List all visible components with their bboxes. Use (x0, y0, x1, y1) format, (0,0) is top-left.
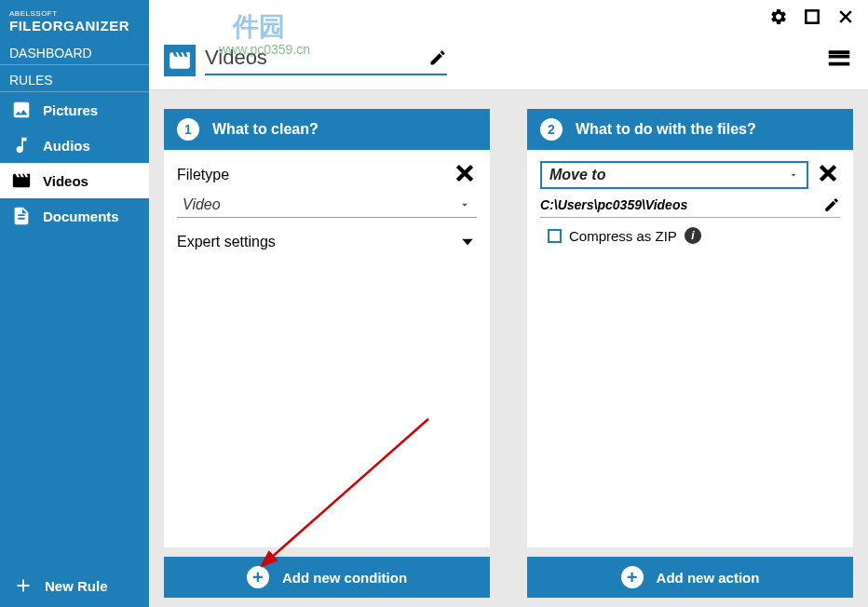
add-condition-label: Add new condition (282, 570, 407, 586)
rules-header: RULES (0, 65, 149, 92)
filetype-label: Filetype (177, 167, 229, 183)
sidebar-item-label: Pictures (43, 102, 98, 118)
sidebar-item-videos[interactable]: Videos (0, 163, 149, 198)
action-value: Move to (549, 167, 788, 183)
filetype-value: Video (183, 196, 458, 213)
video-clapper-icon (168, 48, 192, 73)
close-icon (836, 7, 855, 26)
remove-action-button[interactable] (816, 161, 840, 189)
sidebar-item-label: Audios (43, 138, 90, 154)
x-icon (453, 161, 477, 185)
brand-big: FILEORGANIZER (9, 18, 140, 34)
pencil-icon[interactable] (428, 48, 447, 67)
chevron-down-icon (458, 233, 477, 251)
destination-path[interactable]: C:\Users\pc0359\Videos (540, 196, 840, 218)
flow-arrow (633, 444, 657, 491)
page-title[interactable]: Videos (205, 46, 447, 75)
dashboard-header[interactable]: DASHBOARD (0, 38, 149, 65)
remove-condition-button[interactable] (453, 161, 477, 189)
svg-rect-0 (806, 10, 818, 22)
rules-list: Pictures Audios Videos Documents (0, 92, 149, 234)
main: 件园 www.pc0359.cn Videos 1 (149, 0, 868, 607)
logo: ABELSSOFT FILEORGANIZER (0, 0, 149, 38)
music-icon (11, 135, 32, 155)
brand-small: ABELSSOFT (9, 9, 140, 18)
add-action-label: Add new action (657, 570, 760, 586)
image-icon (11, 100, 32, 120)
x-icon (816, 161, 840, 185)
page-icon (164, 45, 196, 76)
close-button[interactable] (836, 7, 855, 30)
info-button[interactable]: i (685, 227, 701, 244)
panel2-title: What to do with the files? (576, 121, 756, 138)
panel2-header: 2 What to do with the files? (527, 109, 853, 150)
panel1-body: Filetype Video Expert settings (164, 150, 490, 547)
video-icon (11, 170, 32, 191)
compress-label: Compress as ZIP (569, 228, 677, 244)
plus-circle-icon: + (621, 566, 644, 588)
step-number: 1 (177, 118, 199, 141)
page-title-text: Videos (205, 46, 428, 70)
path-value: C:\Users\pc0359\Videos (540, 197, 816, 212)
pencil-icon[interactable] (823, 196, 840, 213)
hamburger-icon (825, 45, 853, 73)
panel1-title: What to clean? (212, 121, 319, 138)
new-rule-label: New Rule (45, 578, 108, 594)
filetype-select[interactable]: Video (177, 193, 477, 218)
content: 1 What to clean? Filetype Video (149, 90, 868, 557)
action-select[interactable]: Move to (540, 161, 808, 189)
settings-button[interactable] (769, 7, 788, 30)
gear-icon (769, 7, 788, 26)
sidebar-item-audios[interactable]: Audios (0, 128, 149, 163)
page-header: Videos (149, 37, 868, 90)
plus-icon (13, 575, 34, 596)
chevron-down-icon (458, 198, 471, 211)
plus-circle-icon: + (247, 566, 269, 588)
document-icon (11, 206, 32, 226)
sidebar-item-label: Documents (43, 209, 119, 224)
panel1-header: 1 What to clean? (164, 109, 490, 150)
menu-button[interactable] (825, 45, 853, 76)
step-number: 2 (540, 118, 563, 141)
sidebar-item-label: Videos (43, 173, 88, 189)
new-rule-button[interactable]: New Rule (0, 564, 149, 607)
add-action-button[interactable]: + Add new action (527, 557, 853, 598)
panel-actions: 2 What to do with the files? Move to (527, 109, 853, 547)
panel-conditions: 1 What to clean? Filetype Video (164, 109, 490, 547)
panel2-body: Move to C:\Users\pc0359\Videos Compre (527, 150, 853, 547)
compress-checkbox[interactable] (548, 229, 562, 243)
add-condition-button[interactable]: + Add new condition (164, 557, 490, 598)
maximize-icon (803, 7, 821, 26)
titlebar (149, 0, 868, 37)
footer: + Add new condition + Add new action (149, 557, 868, 607)
sidebar: ABELSSOFT FILEORGANIZER DASHBOARD RULES … (0, 0, 149, 607)
sidebar-item-pictures[interactable]: Pictures (0, 92, 149, 128)
chevron-down-icon (788, 169, 799, 181)
expert-settings-toggle[interactable]: Expert settings (177, 229, 477, 255)
maximize-button[interactable] (803, 7, 821, 30)
expert-label: Expert settings (177, 234, 276, 250)
sidebar-item-documents[interactable]: Documents (0, 198, 149, 234)
